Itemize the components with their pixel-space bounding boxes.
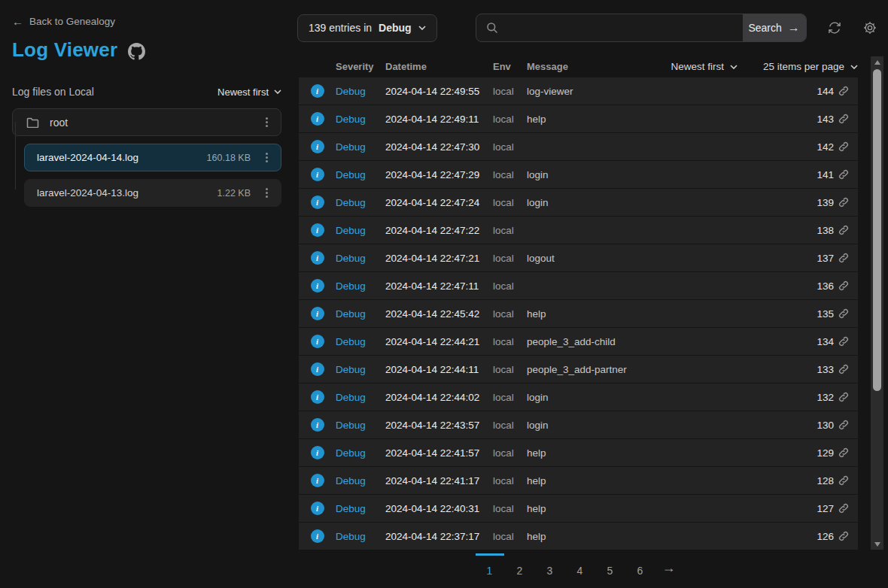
env-cell: local bbox=[493, 447, 527, 459]
info-icon: i bbox=[311, 307, 324, 320]
severity-link[interactable]: Debug bbox=[336, 392, 385, 403]
entry-link-button[interactable] bbox=[838, 364, 858, 374]
log-entry-row[interactable]: i Debug 2024-04-14 22:47:11 local 136 bbox=[299, 272, 858, 299]
scrollbar[interactable] bbox=[871, 56, 883, 550]
severity-link[interactable]: Debug bbox=[336, 114, 385, 125]
entry-index: 135 bbox=[804, 308, 838, 320]
log-entry-row[interactable]: i Debug 2024-04-14 22:44:11 local people… bbox=[299, 356, 858, 383]
entry-index: 142 bbox=[804, 141, 838, 153]
datetime-cell: 2024-04-14 22:49:11 bbox=[385, 114, 493, 125]
log-entry-row[interactable]: i Debug 2024-04-14 22:47:30 local 142 bbox=[299, 133, 858, 160]
severity-link[interactable]: Debug bbox=[336, 197, 385, 208]
files-sort-dropdown[interactable]: Newest first bbox=[217, 86, 281, 98]
entry-link-button[interactable] bbox=[838, 308, 858, 319]
folder-row-root[interactable]: root bbox=[12, 108, 281, 136]
page-button[interactable]: 1 bbox=[476, 553, 504, 579]
entry-link-button[interactable] bbox=[838, 225, 858, 235]
entries-level-dropdown[interactable]: 139 entries in Debug bbox=[297, 14, 437, 42]
entry-link-button[interactable] bbox=[838, 420, 858, 430]
column-header-message: Message bbox=[527, 61, 579, 72]
severity-link[interactable]: Debug bbox=[336, 86, 385, 97]
log-file-item[interactable]: laravel-2024-04-14.log 160.18 KB bbox=[24, 144, 281, 171]
info-icon: i bbox=[311, 140, 324, 153]
entry-link-button[interactable] bbox=[838, 531, 858, 541]
env-cell: local bbox=[493, 280, 527, 292]
log-entry-row[interactable]: i Debug 2024-04-14 22:43:57 local login … bbox=[299, 411, 858, 438]
refresh-button[interactable] bbox=[827, 20, 842, 35]
severity-link[interactable]: Debug bbox=[336, 420, 385, 431]
log-entry-row[interactable]: i Debug 2024-04-14 22:45:42 local help 1… bbox=[299, 300, 858, 327]
log-entry-row[interactable]: i Debug 2024-04-14 22:47:21 local logout… bbox=[299, 244, 858, 271]
entry-link-button[interactable] bbox=[838, 475, 858, 486]
entry-link-button[interactable] bbox=[838, 447, 858, 458]
log-entry-row[interactable]: i Debug 2024-04-14 22:47:24 local login … bbox=[299, 189, 858, 216]
entry-link-button[interactable] bbox=[838, 503, 858, 514]
link-icon bbox=[838, 503, 849, 514]
log-entry-row[interactable]: i Debug 2024-04-14 22:40:31 local help 1… bbox=[299, 495, 858, 522]
log-file-item[interactable]: laravel-2024-04-13.log 1.22 KB bbox=[24, 179, 281, 207]
entry-link-button[interactable] bbox=[838, 253, 858, 263]
search-input[interactable] bbox=[498, 14, 743, 41]
log-entry-row[interactable]: i Debug 2024-04-14 22:41:57 local help 1… bbox=[299, 439, 858, 466]
next-page-button[interactable]: → bbox=[656, 553, 682, 576]
entry-link-button[interactable] bbox=[838, 336, 858, 347]
info-icon: i bbox=[311, 474, 324, 487]
scroll-down-arrow-icon[interactable] bbox=[871, 538, 883, 550]
search-button[interactable]: Search → bbox=[743, 14, 806, 41]
log-entry-row[interactable]: i Debug 2024-04-14 22:49:11 local help 1… bbox=[299, 105, 858, 132]
file-menu-button[interactable] bbox=[261, 187, 272, 199]
severity-link[interactable]: Debug bbox=[336, 364, 385, 375]
entry-link-button[interactable] bbox=[838, 86, 858, 96]
env-cell: local bbox=[493, 253, 527, 264]
files-sort-label: Newest first bbox=[217, 86, 269, 98]
severity-link[interactable]: Debug bbox=[336, 253, 385, 264]
search-bar: Search → bbox=[476, 14, 807, 42]
severity-icon-cell: i bbox=[299, 446, 336, 459]
entry-link-button[interactable] bbox=[838, 141, 858, 152]
log-entry-row[interactable]: i Debug 2024-04-14 22:44:21 local people… bbox=[299, 328, 858, 355]
log-entry-row[interactable]: i Debug 2024-04-14 22:49:55 local log-vi… bbox=[299, 77, 858, 105]
env-cell: local bbox=[493, 225, 527, 236]
severity-link[interactable]: Debug bbox=[336, 336, 385, 347]
info-icon: i bbox=[311, 112, 324, 126]
log-entry-row[interactable]: i Debug 2024-04-14 22:44:02 local login … bbox=[299, 383, 858, 411]
scrollbar-thumb[interactable] bbox=[873, 69, 881, 391]
back-link[interactable]: ← Back to Genealogy bbox=[12, 15, 281, 28]
github-link[interactable] bbox=[128, 41, 145, 60]
back-link-label: Back to Genealogy bbox=[29, 16, 115, 27]
severity-link[interactable]: Debug bbox=[336, 225, 385, 236]
entry-link-button[interactable] bbox=[838, 392, 858, 402]
page-button[interactable]: 6 bbox=[626, 553, 655, 579]
file-menu-button[interactable] bbox=[261, 152, 272, 164]
page-button[interactable]: 2 bbox=[506, 553, 534, 579]
entry-index: 132 bbox=[804, 392, 838, 403]
entry-link-button[interactable] bbox=[838, 197, 858, 208]
log-entry-row[interactable]: i Debug 2024-04-14 22:47:22 local 138 bbox=[299, 217, 858, 244]
severity-link[interactable]: Debug bbox=[336, 447, 385, 459]
log-entry-row[interactable]: i Debug 2024-04-14 22:37:17 local help 1… bbox=[299, 523, 858, 550]
column-header-severity: Severity bbox=[336, 61, 385, 72]
severity-link[interactable]: Debug bbox=[336, 141, 385, 153]
page-button[interactable]: 3 bbox=[536, 553, 564, 579]
settings-button[interactable] bbox=[862, 20, 877, 35]
log-file-size: 160.18 KB bbox=[207, 153, 251, 163]
entry-link-button[interactable] bbox=[838, 114, 858, 124]
page-button[interactable]: 5 bbox=[596, 553, 625, 579]
severity-icon-cell: i bbox=[299, 474, 336, 487]
entry-link-button[interactable] bbox=[838, 280, 858, 291]
page-button[interactable]: 4 bbox=[566, 553, 595, 579]
severity-link[interactable]: Debug bbox=[336, 475, 385, 486]
log-entry-row[interactable]: i Debug 2024-04-14 22:47:29 local login … bbox=[299, 161, 858, 188]
folder-menu-button[interactable] bbox=[261, 117, 272, 129]
severity-link[interactable]: Debug bbox=[336, 503, 385, 514]
severity-link[interactable]: Debug bbox=[336, 169, 385, 180]
severity-icon-cell: i bbox=[299, 502, 336, 515]
log-entry-row[interactable]: i Debug 2024-04-14 22:41:17 local help 1… bbox=[299, 467, 858, 494]
scroll-up-arrow-icon[interactable] bbox=[871, 56, 883, 68]
per-page-dropdown[interactable]: 25 items per page bbox=[763, 61, 858, 72]
severity-link[interactable]: Debug bbox=[336, 280, 385, 292]
table-sort-dropdown[interactable]: Newest first bbox=[671, 61, 737, 72]
severity-link[interactable]: Debug bbox=[336, 531, 385, 542]
severity-link[interactable]: Debug bbox=[336, 308, 385, 320]
entry-link-button[interactable] bbox=[838, 169, 858, 180]
